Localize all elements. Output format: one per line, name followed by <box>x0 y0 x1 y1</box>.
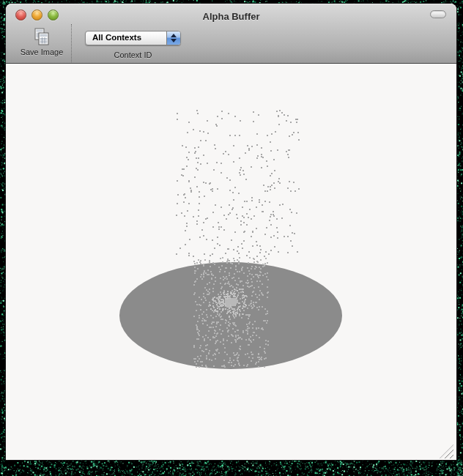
alpha-buffer-window: Alpha Buffer Save Image All <box>6 4 456 460</box>
save-image-button[interactable]: Save Image <box>13 27 70 56</box>
context-id-label: Context ID <box>85 51 181 59</box>
titlebar-toolbar: Alpha Buffer Save Image All <box>6 4 456 64</box>
save-image-label: Save Image <box>13 48 70 56</box>
context-popup-value: All Contexts <box>92 33 141 42</box>
toolbar-separator <box>71 24 72 62</box>
alpha-buffer-render <box>6 64 456 460</box>
toolbar-toggle-button[interactable] <box>430 10 446 18</box>
save-image-documents-icon <box>32 27 51 46</box>
popup-stepper-icon <box>166 31 180 45</box>
context-popup[interactable]: All Contexts <box>85 31 181 45</box>
window-title: Alpha Buffer <box>6 11 456 22</box>
